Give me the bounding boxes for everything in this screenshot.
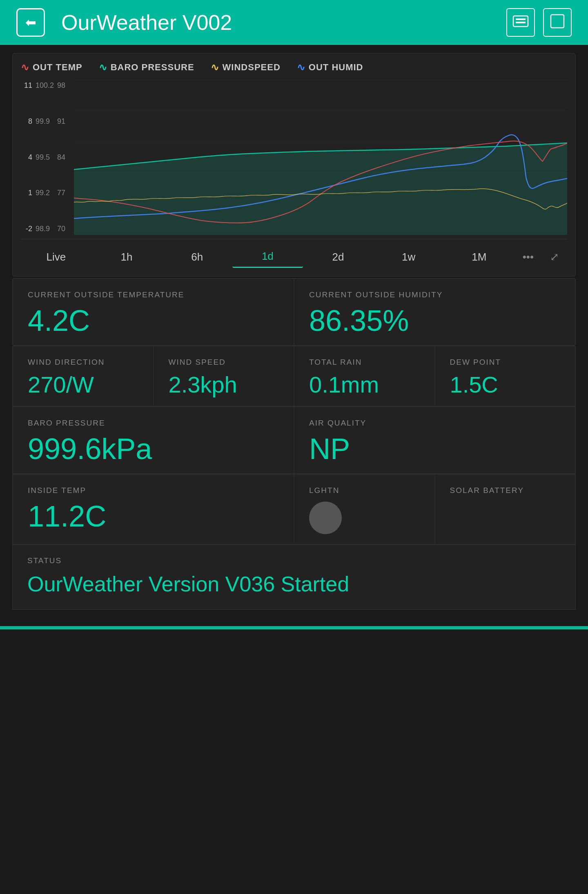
main-content: ∿ OUT TEMP ∿ BARO PRESSURE ∿ WINDSPEED ∿… — [0, 45, 588, 618]
wind-direction-label: WIND DIRECTION — [28, 358, 138, 367]
chart-area: 11 100.2 98 8 99.9 91 4 99.5 84 1 99.2 — [21, 80, 567, 235]
legend-baro-pressure: ∿ BARO PRESSURE — [99, 62, 194, 73]
current-outside-temp-label: CURRENT OUTSIDE TEMPERATURE — [28, 290, 279, 299]
wind-direction-value: 270/W — [28, 373, 138, 396]
dew-point-label: DEW POINT — [450, 358, 561, 367]
expand-chart-button[interactable]: ⤢ — [542, 247, 567, 268]
time-btn-1w[interactable]: 1w — [373, 247, 444, 268]
y-val-3-3: 84 — [57, 153, 69, 162]
solar-battery-label: SOLAR BATTERY — [450, 486, 561, 495]
status-card: STATUS OurWeather Version V036 Started — [12, 545, 576, 610]
y-val-1-2: 100.2 — [36, 81, 54, 90]
current-outside-temp-value: 4.2C — [28, 306, 279, 335]
y-val-2-2: 99.9 — [36, 117, 54, 126]
current-outside-humid-label: CURRENT OUTSIDE HUMIDITY — [309, 290, 560, 299]
card-lghtn: LGHTN — [294, 474, 435, 544]
y-val-5-2: 98.9 — [36, 225, 54, 233]
time-btn-live[interactable]: Live — [21, 247, 91, 268]
lghtn-icon — [309, 502, 342, 534]
row2-cards: WIND DIRECTION 270/W WIND SPEED 2.3kph T… — [12, 346, 576, 407]
chart-legend: ∿ OUT TEMP ∿ BARO PRESSURE ∿ WINDSPEED ∿… — [21, 62, 567, 73]
chart-y-labels: 11 100.2 98 8 99.9 91 4 99.5 84 1 99.2 — [21, 80, 74, 235]
time-btn-6h[interactable]: 6h — [162, 247, 232, 268]
more-options-button[interactable]: ••• — [514, 247, 542, 268]
app-title: OurWeather V002 — [61, 10, 506, 35]
chart-panel: ∿ OUT TEMP ∿ BARO PRESSURE ∿ WINDSPEED ∿… — [12, 53, 576, 276]
svg-rect-3 — [551, 15, 564, 28]
legend-windspeed: ∿ WINDSPEED — [211, 62, 281, 73]
time-btn-1d[interactable]: 1d — [232, 246, 303, 268]
row1-cards: CURRENT OUTSIDE TEMPERATURE 4.2C CURRENT… — [12, 278, 576, 346]
total-rain-label: TOTAL RAIN — [309, 358, 420, 367]
status-label: STATUS — [27, 556, 561, 565]
card-current-outside-temp: CURRENT OUTSIDE TEMPERATURE 4.2C — [13, 279, 294, 346]
inside-temp-label: INSIDE TEMP — [28, 486, 279, 495]
windspeed-icon: ∿ — [211, 62, 219, 73]
y-val-2-1: 8 — [21, 117, 32, 126]
y-val-1-1: 11 — [21, 81, 32, 90]
legend-out-humid: ∿ OUT HUMID — [297, 62, 363, 73]
status-value: OurWeather Version V036 Started — [27, 572, 561, 596]
window-icon — [550, 14, 565, 31]
y-val-4-2: 99.2 — [36, 189, 54, 197]
svg-rect-1 — [516, 18, 526, 20]
total-rain-value: 0.1mm — [309, 373, 420, 396]
back-button[interactable]: ⬅ — [16, 8, 45, 37]
row4-cards: INSIDE TEMP 11.2C LGHTN SOLAR BATTERY — [12, 474, 576, 545]
legend-baro-label: BARO PRESSURE — [111, 62, 194, 73]
out-temp-icon: ∿ — [21, 62, 29, 73]
header-icons — [506, 8, 572, 37]
y-val-3-2: 99.5 — [36, 153, 54, 162]
baro-pressure-label: BARO PRESSURE — [28, 419, 279, 428]
out-humid-icon: ∿ — [297, 62, 305, 73]
y-val-1-3: 98 — [57, 81, 69, 90]
card-dew-point: DEW POINT 1.5C — [435, 346, 576, 406]
current-outside-humid-value: 86.35% — [309, 306, 560, 335]
bottom-bar — [0, 626, 588, 629]
card-baro-pressure: BARO PRESSURE 999.6kPa — [13, 407, 294, 474]
card-air-quality: AIR QUALITY NP — [294, 407, 575, 474]
display-icon — [512, 15, 529, 30]
lghtn-label: LGHTN — [309, 486, 420, 495]
time-btn-1h[interactable]: 1h — [91, 247, 162, 268]
air-quality-value: NP — [309, 434, 560, 464]
y-val-2-3: 91 — [57, 117, 69, 126]
y-val-5-1: -2 — [21, 225, 32, 233]
time-btn-2d[interactable]: 2d — [303, 247, 374, 268]
baro-pressure-value: 999.6kPa — [28, 434, 279, 464]
chart-svg — [74, 80, 567, 235]
window-icon-button[interactable] — [543, 8, 572, 37]
legend-out-humid-label: OUT HUMID — [309, 62, 363, 73]
row3-cards: BARO PRESSURE 999.6kPa AIR QUALITY NP — [12, 407, 576, 474]
svg-rect-0 — [513, 16, 528, 27]
y-val-3-1: 4 — [21, 153, 32, 162]
header: ⬅ OurWeather V002 — [0, 0, 588, 45]
wind-speed-value: 2.3kph — [169, 373, 279, 396]
card-current-outside-humid: CURRENT OUTSIDE HUMIDITY 86.35% — [294, 279, 575, 346]
time-range-bar: Live 1h 6h 1d 2d 1w 1M ••• ⤢ — [21, 239, 567, 268]
legend-out-temp: ∿ OUT TEMP — [21, 62, 82, 73]
card-solar-battery: SOLAR BATTERY — [435, 474, 576, 544]
svg-rect-2 — [516, 22, 526, 23]
y-val-4-3: 77 — [57, 189, 69, 197]
y-val-5-3: 70 — [57, 225, 69, 233]
time-btn-1M[interactable]: 1M — [444, 247, 514, 268]
legend-out-temp-label: OUT TEMP — [33, 62, 82, 73]
card-wind-direction: WIND DIRECTION 270/W — [13, 346, 154, 406]
baro-pressure-icon: ∿ — [99, 62, 107, 73]
wind-speed-label: WIND SPEED — [169, 358, 279, 367]
legend-windspeed-label: WINDSPEED — [223, 62, 281, 73]
card-inside-temp: INSIDE TEMP 11.2C — [13, 474, 294, 544]
card-wind-speed: WIND SPEED 2.3kph — [154, 346, 294, 406]
display-icon-button[interactable] — [506, 8, 535, 37]
y-val-4-1: 1 — [21, 189, 32, 197]
back-icon: ⬅ — [25, 15, 36, 30]
inside-temp-value: 11.2C — [28, 502, 279, 531]
dew-point-value: 1.5C — [450, 373, 561, 396]
card-total-rain: TOTAL RAIN 0.1mm — [294, 346, 435, 406]
air-quality-label: AIR QUALITY — [309, 419, 560, 428]
